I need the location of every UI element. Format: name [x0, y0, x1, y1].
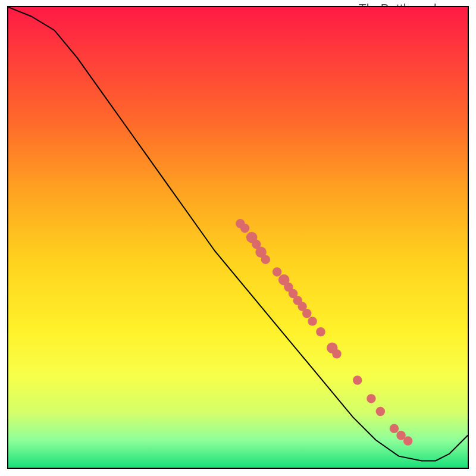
data-point-marker: [316, 327, 325, 336]
data-point-marker: [376, 407, 385, 416]
data-point-marker: [261, 255, 270, 264]
data-point-marker: [353, 375, 362, 384]
data-markers: [236, 219, 412, 446]
data-point-marker: [390, 424, 399, 433]
data-point-marker: [308, 317, 317, 325]
data-point-marker: [332, 349, 341, 358]
data-point-marker: [240, 224, 249, 233]
chart-svg: [8, 7, 468, 468]
data-point-marker: [302, 309, 311, 318]
bottleneck-curve: [8, 7, 468, 461]
data-point-marker: [403, 436, 412, 445]
chart-container: TheBottleneck.com: [0, 0, 476, 476]
data-point-marker: [367, 394, 375, 403]
plot-area: [7, 6, 469, 469]
data-point-marker: [273, 267, 281, 276]
